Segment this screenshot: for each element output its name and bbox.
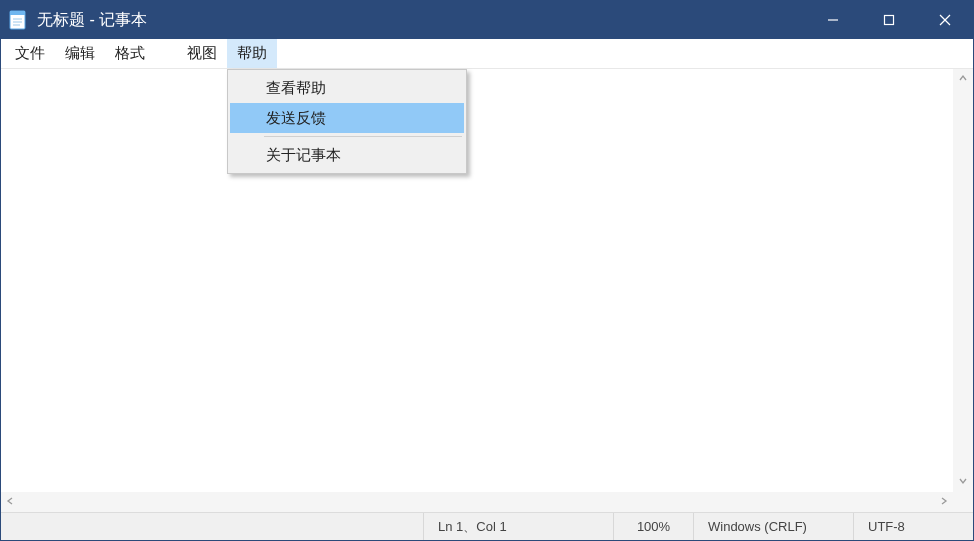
menu-file[interactable]: 文件 <box>5 39 55 68</box>
statusbar: Ln 1、Col 1 100% Windows (CRLF) UTF-8 <box>1 512 973 540</box>
menubar: 文件 编辑 格式 视图 帮助 查看帮助 发送反馈 关于记事本 <box>1 39 973 69</box>
menu-format[interactable]: 格式 <box>105 39 155 68</box>
window-controls <box>805 1 973 39</box>
scroll-corner <box>953 492 973 512</box>
maximize-button[interactable] <box>861 1 917 39</box>
scroll-down-icon <box>958 476 968 488</box>
scroll-right-icon <box>939 496 949 508</box>
status-position: Ln 1、Col 1 <box>423 513 613 540</box>
svg-rect-6 <box>885 16 894 25</box>
help-view-help[interactable]: 查看帮助 <box>230 73 464 103</box>
horizontal-scrollbar[interactable] <box>1 492 953 512</box>
content-area <box>1 69 973 512</box>
text-editor[interactable] <box>1 69 973 512</box>
menu-separator <box>264 136 462 137</box>
window-title: 无标题 - 记事本 <box>37 10 147 31</box>
menu-view[interactable]: 视图 <box>177 39 227 68</box>
menu-help[interactable]: 帮助 查看帮助 发送反馈 关于记事本 <box>227 39 277 68</box>
help-send-feedback[interactable]: 发送反馈 <box>230 103 464 133</box>
menu-help-label: 帮助 <box>237 44 267 63</box>
menu-edit[interactable]: 编辑 <box>55 39 105 68</box>
scroll-up-icon <box>958 73 968 85</box>
titlebar: 无标题 - 记事本 <box>1 1 973 39</box>
vertical-scrollbar[interactable] <box>953 69 973 492</box>
help-about[interactable]: 关于记事本 <box>230 140 464 170</box>
svg-rect-1 <box>10 11 25 15</box>
minimize-button[interactable] <box>805 1 861 39</box>
status-zoom: 100% <box>613 513 693 540</box>
notepad-icon <box>7 9 29 31</box>
help-dropdown: 查看帮助 发送反馈 关于记事本 <box>227 69 467 174</box>
scroll-left-icon <box>5 496 15 508</box>
close-button[interactable] <box>917 1 973 39</box>
notepad-window: 无标题 - 记事本 文件 编辑 格式 视图 帮助 查看帮助 发送反馈 <box>0 0 974 541</box>
status-line-ending: Windows (CRLF) <box>693 513 853 540</box>
status-encoding: UTF-8 <box>853 513 973 540</box>
